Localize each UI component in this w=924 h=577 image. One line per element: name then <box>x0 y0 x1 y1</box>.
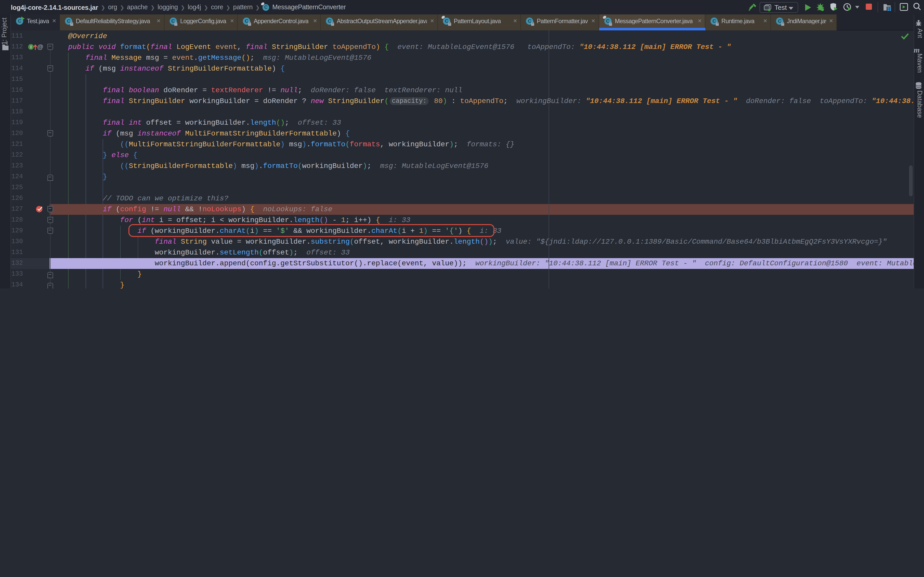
svg-text:@: @ <box>37 43 43 50</box>
svg-text:I: I <box>30 45 31 49</box>
